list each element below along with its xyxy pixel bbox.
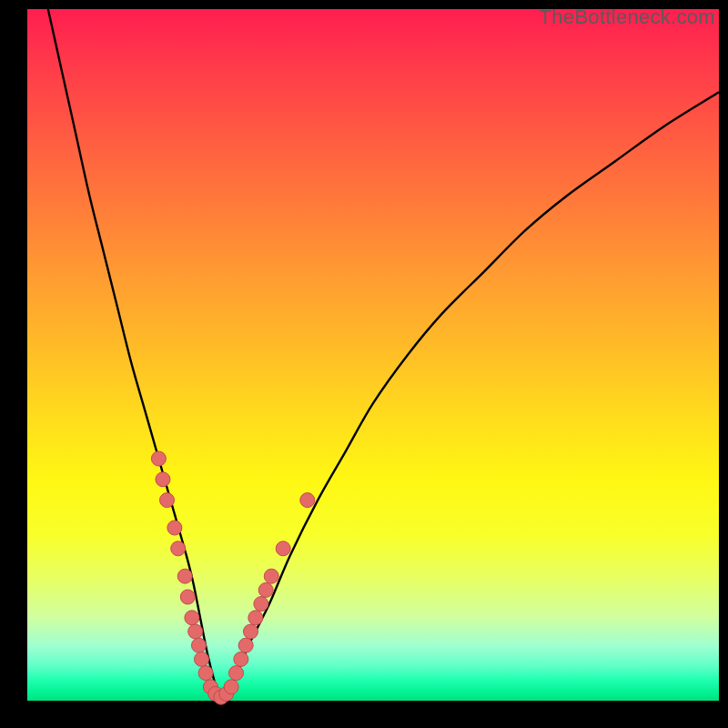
curve-marker bbox=[248, 611, 263, 625]
curve-marker bbox=[300, 493, 315, 508]
curve-marker bbox=[185, 611, 199, 625]
curve-marker bbox=[238, 638, 253, 652]
curve-marker bbox=[264, 569, 278, 583]
curve-marker bbox=[191, 638, 206, 652]
curve-marker bbox=[188, 624, 203, 639]
chart-frame: TheBottleneck.com bbox=[0, 0, 728, 728]
curve-marker bbox=[160, 493, 175, 508]
curve-marker bbox=[198, 666, 213, 681]
curve-marker bbox=[167, 521, 182, 535]
curve-marker bbox=[195, 652, 209, 666]
bottleneck-curve-svg bbox=[27, 9, 719, 701]
curve-marker bbox=[234, 652, 248, 666]
plot-area bbox=[27, 9, 719, 701]
curve-marker bbox=[254, 597, 268, 612]
curve-marker bbox=[276, 541, 290, 556]
curve-marker bbox=[224, 680, 238, 694]
curve-marker bbox=[180, 590, 195, 604]
curve-marker bbox=[229, 666, 244, 681]
bottleneck-curve bbox=[48, 9, 719, 701]
curve-marker bbox=[243, 624, 258, 639]
curve-marker bbox=[151, 451, 166, 466]
curve-markers bbox=[151, 451, 314, 704]
curve-marker bbox=[258, 582, 273, 597]
curve-marker bbox=[177, 569, 192, 583]
watermark-text: TheBottleneck.com bbox=[540, 5, 715, 29]
curve-marker bbox=[171, 541, 186, 556]
curve-marker bbox=[156, 472, 170, 487]
